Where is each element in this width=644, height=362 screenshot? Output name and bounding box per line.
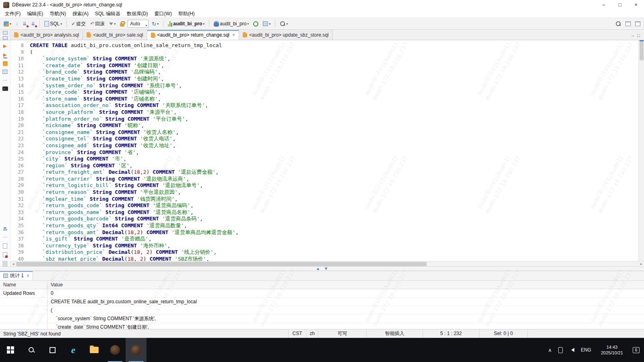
touch-keyboard-icon[interactable] [555,338,566,362]
menu-item-1[interactable]: 编辑(E) [24,10,46,18]
maximize-editor-icon[interactable]: □ [637,33,640,38]
menu-item-6[interactable]: 窗口(W) [151,10,175,18]
vertical-scrollbar[interactable] [638,40,644,261]
clock[interactable]: 14:432025/10/21 [595,338,629,362]
invalidate-connection-icon[interactable]: ⇊ [30,20,36,27]
splitter-down-icon[interactable]: ▼ [324,267,328,271]
connection-combo[interactable]: audit_bi_pro▾ [167,20,206,27]
new-sql-editor-button[interactable]: SQL▾ [43,20,63,27]
stats-row-2[interactable]: ( [0,306,644,315]
export-result-icon[interactable] [3,61,8,66]
close-icon[interactable]: × [628,0,644,10]
taskbar-dbeaver-active-button[interactable] [126,338,147,362]
database-name: audit_bi_pro [220,21,246,27]
script-doc-icon[interactable] [3,243,7,249]
disconnect-icon[interactable]: ↓ [14,20,19,27]
transaction-history-button[interactable]: ↻▾ [151,20,160,28]
stats-row-1[interactable]: CREATE TABLE audit_bi_pro.custom_online_… [0,298,644,306]
editor-tab-2[interactable]: <audit_bi_pro> return_change.sql× [147,30,239,40]
dbeaver-window: DBeaver 22.3.4 - <audit_bi_pro> return_c… [0,0,644,362]
stats-col-value[interactable]: Value [47,281,644,289]
quick-search-button[interactable] [614,20,622,27]
open-connection-button[interactable]: ▾ [2,21,12,27]
language-indicator[interactable]: ENG [578,338,594,362]
menu-item-2[interactable]: 导航(N) [46,10,69,18]
taskbar-dbeaver-button[interactable] [105,338,126,362]
restore-navigator-icon[interactable] [3,31,8,35]
menu-item-0[interactable]: 文件(F) [2,10,24,18]
title-bar: DBeaver 22.3.4 - <audit_bi_pro> return_c… [0,0,644,10]
stats-row-0[interactable]: Updated Rows0 [0,289,644,298]
hscroll-thumb[interactable] [16,262,427,266]
execute-statement-icon[interactable]: ▶ [3,43,6,49]
status-cell-3: 智能插入 [366,329,423,338]
tray-chevron-icon[interactable]: ∧ [545,338,555,362]
vscroll-thumb[interactable] [640,42,644,60]
restore-projects-icon[interactable] [3,36,8,40]
search-combo[interactable]: ▾ [279,20,289,27]
menu-item-5[interactable]: 数据库(D) [124,10,151,18]
editor-tab-0[interactable]: <audit_bi_pro> analysis.sql [10,30,83,40]
lock-button[interactable] [119,21,126,27]
splitter-up-icon[interactable]: ▲ [316,267,320,271]
rollback-button[interactable]: ↶回滚 [89,20,106,28]
terminal-icon[interactable]: >_ [2,86,8,91]
lock-icon [120,23,124,27]
dbeaver-app-icon [131,345,141,355]
menu-item-4[interactable]: SQL 编辑器 [92,10,124,18]
stats-col-name[interactable]: Name [0,281,47,289]
show-view-button[interactable] [634,21,642,27]
taskbar-explorer-button[interactable] [84,338,105,362]
tab-statistics[interactable]: 统计 1 × [0,271,33,280]
status-cell-0: CST [288,329,306,338]
caret-icon: ▾ [157,22,159,26]
hscroll-track[interactable] [16,261,638,266]
tab-label: <audit_bi_pro> update_sbz_store.sql [249,32,328,38]
script-grid-doc-icon[interactable] [3,261,7,266]
minimize-icon[interactable]: – [596,0,612,10]
menu-item-3[interactable]: 搜索(A) [69,10,92,18]
script-error-doc-icon[interactable] [3,252,7,257]
editor-panel-splitter[interactable]: ▲ ▼ [0,266,644,271]
settings-gear-icon[interactable] [3,227,7,231]
stats-row-3[interactable]: `source_system` String COMMENT '来源系统', [0,315,644,323]
more-actions-icon[interactable]: ⋯ [3,78,7,83]
explain-plan-icon[interactable] [2,70,8,74]
more-options-icon[interactable]: ⋯ [3,234,7,240]
stats-cell-value: ( [47,306,644,314]
tab-close-icon[interactable]: × [231,32,235,38]
transaction-log-button[interactable]: ▾ [108,21,117,27]
result-format-button[interactable]: ▾ [262,21,272,27]
task-view-button[interactable] [42,338,63,362]
scroll-right-icon[interactable]: ▸ [638,262,644,266]
maximize-icon[interactable]: □ [612,0,628,10]
notification-icon: 6 [633,347,640,353]
reconnect-icon[interactable]: ⇊ [21,20,28,27]
horizontal-scrollbar[interactable]: ◂ ▸ [10,261,644,266]
action-center-button[interactable]: 6 [630,338,642,362]
commit-mode-combo[interactable]: Auto▾ [128,20,149,28]
scroll-left-icon[interactable]: ◂ [10,262,16,266]
taskbar-search-button[interactable] [21,338,42,362]
editor-tab-3[interactable]: <audit_bi_pro> update_sbz_store.sql [239,30,332,40]
stats-tab-row: 统计 1 × [0,271,644,281]
volume-icon[interactable] [566,338,577,362]
taskbar-ie-button[interactable]: e [63,338,84,362]
stats-row-4[interactable]: `create_date` String COMMENT '创建日期', [0,323,644,329]
minimize-editor-icon[interactable]: – [632,33,634,38]
execute-script-icon[interactable]: ▶ [3,52,6,58]
database-combo[interactable]: audit_bi_pro▾ [213,20,250,27]
code-line-21: 21 `consignee_name` String COMMENT '收货人名… [10,129,644,136]
sql-editor[interactable]: 8CREATE TABLE audit_bi_pro.custom_online… [10,40,644,261]
stats-tab-close-icon[interactable]: × [26,273,29,279]
open-perspective-button[interactable] [624,21,632,27]
editor-tab-1[interactable]: <audit_bi_pro> sale.sql [83,30,147,40]
start-button[interactable] [0,338,21,362]
tab-label: <audit_bi_pro> sale.sql [93,32,143,38]
code-line-16: 16 `store_name` String COMMENT '店铺名称', [10,96,644,103]
stats-cell-value: 0 [47,289,644,297]
commit-button[interactable]: ✓提交 [70,20,87,28]
menu-item-7[interactable]: 帮助(H) [175,10,198,18]
network-profile-button[interactable] [252,21,260,27]
code-line-34: 34 `return_goods_barcode` String COMMENT… [10,216,644,222]
